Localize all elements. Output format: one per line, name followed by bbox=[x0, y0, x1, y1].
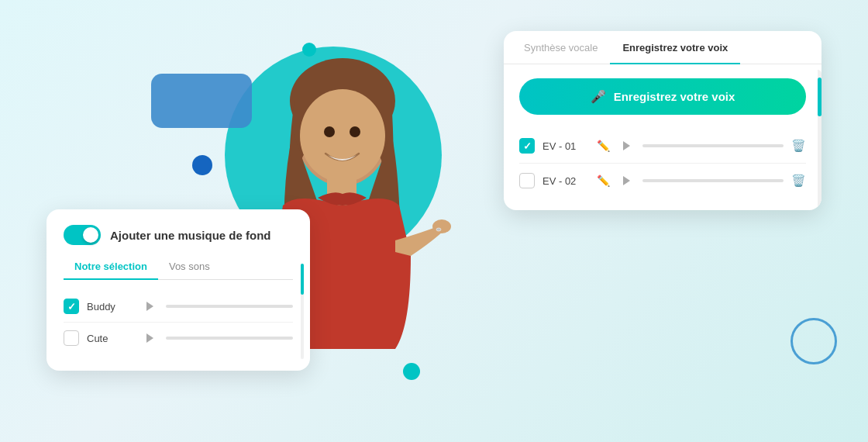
music-card-title: Ajouter une musique de fond bbox=[110, 229, 271, 242]
record-button[interactable]: 🎤 Enregistrez votre voix bbox=[519, 78, 806, 115]
music-card-header: Ajouter une musique de fond bbox=[64, 225, 293, 245]
mic-icon: 🎤 bbox=[591, 89, 606, 104]
svg-marker-8 bbox=[146, 302, 153, 311]
voice-card-body: 🎤 Enregistrez votre voix ✓ EV - 01 ✏️ 🗑️ bbox=[504, 64, 822, 198]
track-cute-row: Cute bbox=[64, 322, 293, 354]
ev02-checkbox[interactable] bbox=[519, 173, 535, 188]
cute-progress-bar bbox=[166, 337, 293, 340]
ev02-trash-icon[interactable]: 🗑️ bbox=[791, 174, 806, 188]
toggle-thumb bbox=[83, 227, 98, 243]
music-scrollbar-thumb bbox=[301, 264, 304, 295]
tab-notre-selection[interactable]: Notre sélection bbox=[64, 256, 158, 280]
svg-point-4 bbox=[350, 126, 360, 137]
tab-enregistrez-votre-voix[interactable]: Enregistrez votre voix bbox=[610, 31, 740, 64]
ev02-name: EV - 02 bbox=[542, 175, 589, 187]
ev01-play-button[interactable] bbox=[618, 137, 635, 154]
voice-scrollbar-thumb bbox=[818, 78, 822, 116]
ev02-edit-icon[interactable]: ✏️ bbox=[597, 174, 610, 187]
ev01-progress-bar bbox=[642, 144, 784, 147]
svg-point-6 bbox=[432, 219, 451, 233]
cute-track-name: Cute bbox=[87, 333, 133, 344]
svg-point-7 bbox=[436, 228, 441, 231]
toggle-track bbox=[64, 225, 101, 245]
svg-point-2 bbox=[300, 89, 385, 182]
ev01-edit-icon[interactable]: ✏️ bbox=[597, 140, 610, 152]
cute-play-button[interactable] bbox=[141, 330, 158, 347]
buddy-track-name: Buddy bbox=[87, 301, 133, 313]
svg-point-3 bbox=[324, 126, 335, 137]
music-scrollbar[interactable] bbox=[301, 264, 304, 359]
ev01-checkmark: ✓ bbox=[523, 140, 532, 152]
ev01-name: EV - 01 bbox=[542, 140, 589, 152]
svg-marker-9 bbox=[146, 333, 153, 343]
tab-vos-sons[interactable]: Vos sons bbox=[158, 256, 221, 280]
dark-blue-dot-decoration bbox=[192, 155, 212, 175]
music-toggle[interactable] bbox=[64, 225, 101, 245]
buddy-checkbox[interactable]: ✓ bbox=[64, 299, 79, 314]
voice-card: Synthèse vocale Enregistrez votre voix 🎤… bbox=[504, 31, 822, 210]
voice-tabs: Synthèse vocale Enregistrez votre voix bbox=[504, 31, 822, 64]
ev02-progress-bar bbox=[642, 179, 784, 182]
svg-marker-10 bbox=[623, 141, 630, 150]
ev02-play-button[interactable] bbox=[618, 172, 635, 189]
tab-synthese-vocale[interactable]: Synthèse vocale bbox=[512, 31, 610, 64]
buddy-checkmark: ✓ bbox=[67, 301, 76, 313]
cute-checkbox[interactable] bbox=[64, 330, 79, 346]
ev01-checkbox[interactable]: ✓ bbox=[519, 138, 535, 154]
buddy-progress-bar bbox=[166, 305, 293, 308]
svg-marker-11 bbox=[623, 176, 630, 185]
voice-scrollbar[interactable] bbox=[818, 70, 822, 210]
buddy-play-button[interactable] bbox=[141, 298, 158, 315]
music-tabs: Notre sélection Vos sons bbox=[64, 256, 293, 280]
track-buddy-row: ✓ Buddy bbox=[64, 291, 293, 322]
ev01-trash-icon[interactable]: 🗑️ bbox=[791, 139, 806, 153]
record-button-label: Enregistrez votre voix bbox=[614, 90, 735, 103]
ev01-row: ✓ EV - 01 ✏️ 🗑️ bbox=[519, 129, 806, 163]
circle-outline-decoration bbox=[790, 318, 837, 364]
music-card: Ajouter une musique de fond Notre sélect… bbox=[46, 209, 310, 371]
ev02-row: EV - 02 ✏️ 🗑️ bbox=[519, 163, 806, 198]
